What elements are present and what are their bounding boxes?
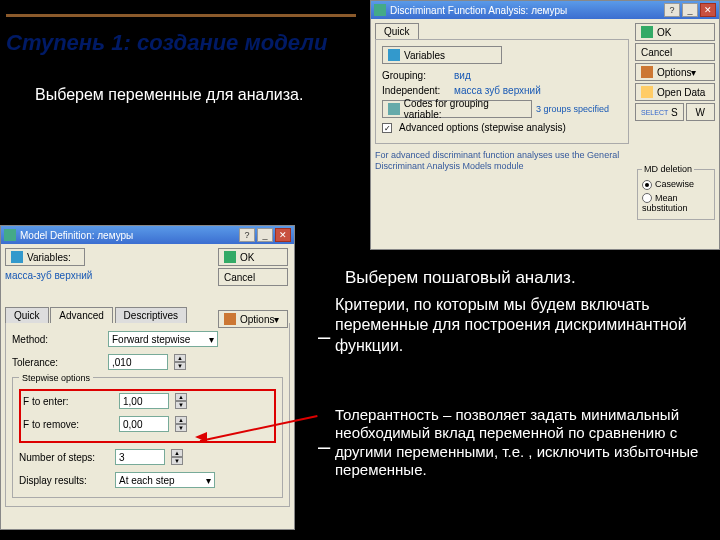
codes-button[interactable]: Codes for grouping variable:: [382, 100, 532, 118]
s-label: S: [671, 107, 678, 118]
minimize-button[interactable]: _: [257, 228, 273, 242]
f-remove-label: F to remove:: [23, 419, 113, 430]
tolerance-input[interactable]: ,010: [108, 354, 168, 370]
close-button[interactable]: ✕: [700, 3, 716, 17]
s-button[interactable]: SELECT S: [635, 103, 684, 121]
md-deletion-group: MD deletion Casewise Mean substitution: [637, 169, 715, 220]
cancel-label: Cancel: [224, 272, 255, 283]
tolerance-spinner[interactable]: ▲▼: [174, 354, 186, 370]
slide-title: Ступень 1: создание модели: [6, 30, 327, 56]
variables-icon: [11, 251, 23, 263]
display-label: Display results:: [19, 475, 109, 486]
variables-icon: [388, 49, 400, 61]
app-icon: [374, 4, 386, 16]
stepwise-group-title: Stepwise options: [19, 373, 93, 383]
codes-label: Codes for grouping variable:: [404, 98, 526, 120]
options-icon: [224, 313, 236, 325]
grouping-label: Grouping:: [382, 70, 450, 81]
variables-button[interactable]: Variables:: [5, 248, 85, 266]
w-button[interactable]: W: [686, 103, 715, 121]
app-icon: [4, 229, 16, 241]
codes-value: 3 groups specified: [536, 104, 609, 114]
slide-text-vars: Выберем переменные для анализа.: [35, 85, 305, 106]
select-cases-icon: SELECT: [641, 109, 668, 116]
cancel-button[interactable]: Cancel: [635, 43, 715, 61]
variables-label: Variables: [404, 50, 445, 61]
casewise-radio[interactable]: [642, 180, 652, 190]
f-remove-input[interactable]: 0,00: [119, 416, 169, 432]
casewise-label: Casewise: [655, 179, 694, 189]
steps-label: Number of steps:: [19, 452, 109, 463]
ok-button[interactable]: OK: [218, 248, 288, 266]
folder-icon: [641, 86, 653, 98]
arrow-head: [195, 432, 207, 442]
advanced-label: Advanced options (stepwise analysis): [399, 122, 566, 133]
tab-quick[interactable]: Quick: [375, 23, 419, 39]
method-select[interactable]: Forward stepwise▾: [108, 331, 218, 347]
ok-label: OK: [240, 252, 254, 263]
slide-text-criteria: Критерии, по которым мы будем включать п…: [335, 295, 705, 356]
tolerance-label: Tolerance:: [12, 357, 102, 368]
codes-icon: [388, 103, 400, 115]
f-enter-spinner[interactable]: ▲▼: [175, 393, 187, 409]
cancel-label: Cancel: [641, 47, 672, 58]
help-button[interactable]: ?: [664, 3, 680, 17]
display-select[interactable]: At each step▾: [115, 472, 215, 488]
options-label: Options: [240, 314, 274, 325]
options-button[interactable]: Options ▾: [635, 63, 715, 81]
options-button[interactable]: Options ▾: [218, 310, 288, 328]
tab-descriptives[interactable]: Descriptives: [115, 307, 187, 323]
titlebar[interactable]: Discriminant Function Analysis: лемуры ?…: [371, 1, 719, 19]
help-button[interactable]: ?: [239, 228, 255, 242]
tab-quick[interactable]: Quick: [5, 307, 49, 323]
w-label: W: [696, 107, 705, 118]
options-label: Options: [657, 67, 691, 78]
opendata-label: Open Data: [657, 87, 705, 98]
variables-label: Variables:: [27, 252, 71, 263]
f-remove-spinner[interactable]: ▲▼: [175, 416, 187, 432]
window-title: Discriminant Function Analysis: лемуры: [390, 5, 662, 16]
steps-spinner[interactable]: ▲▼: [171, 449, 183, 465]
mean-radio[interactable]: [642, 193, 652, 203]
ok-icon: [224, 251, 236, 263]
advanced-checkbox[interactable]: ✓: [382, 123, 392, 133]
f-enter-label: F to enter:: [23, 396, 113, 407]
open-data-button[interactable]: Open Data: [635, 83, 715, 101]
tab-advanced[interactable]: Advanced: [50, 307, 112, 323]
minimize-button[interactable]: _: [682, 3, 698, 17]
grouping-value: вид: [454, 70, 471, 81]
cancel-button[interactable]: Cancel: [218, 268, 288, 286]
variables-button[interactable]: Variables: [382, 46, 502, 64]
ok-label: OK: [657, 27, 671, 38]
slide-text-stepwise: Выберем пошаговый анализ.: [345, 268, 576, 288]
window-title: Model Definition: лемуры: [20, 230, 237, 241]
slide-text-tolerance: Толерантность – позволяет задать минимал…: [335, 406, 705, 479]
dialog-model-definition: Model Definition: лемуры ? _ ✕ OK Cancel…: [0, 225, 295, 530]
bullet: –: [318, 434, 330, 460]
display-value: At each step: [119, 475, 175, 486]
independent-label: Independent:: [382, 85, 450, 96]
close-button[interactable]: ✕: [275, 228, 291, 242]
md-title: MD deletion: [642, 164, 694, 174]
method-label: Method:: [12, 334, 102, 345]
steps-input[interactable]: 3: [115, 449, 165, 465]
bullet: –: [318, 324, 330, 350]
dialog-discriminant: Discriminant Function Analysis: лемуры ?…: [370, 0, 720, 250]
titlebar[interactable]: Model Definition: лемуры ? _ ✕: [1, 226, 294, 244]
ok-icon: [641, 26, 653, 38]
method-value: Forward stepwise: [112, 334, 190, 345]
f-enter-input[interactable]: 1,00: [119, 393, 169, 409]
note-text: For advanced discriminant function analy…: [375, 150, 629, 172]
ok-button[interactable]: OK: [635, 23, 715, 41]
independent-value: масса зуб верхний: [454, 85, 541, 96]
options-icon: [641, 66, 653, 78]
